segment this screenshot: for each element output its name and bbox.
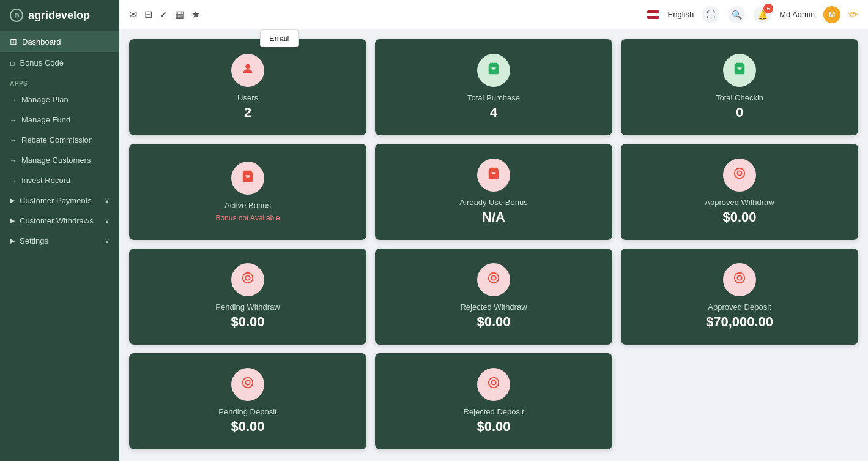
arrow-icon: ▶ <box>10 197 15 204</box>
mail-icon[interactable]: ✉ <box>129 9 137 20</box>
card-rejected-withdraw: Rejected Withdraw $0.00 <box>375 249 612 345</box>
sidebar-item-settings[interactable]: ▶ Settings ∨ <box>0 231 119 251</box>
card-label: Pending Withdraw <box>215 302 280 312</box>
sidebar: ⚙ agridevelop ⊞ Dashboard ⌂ Bonus Code A… <box>0 0 119 461</box>
card-pending-deposit: Pending Deposit $0.00 <box>129 353 366 449</box>
svg-point-0 <box>245 64 250 69</box>
chevron-down-icon: ∨ <box>105 217 109 225</box>
sidebar-item-manage-customers[interactable]: → Manage Customers <box>0 150 119 170</box>
sidebar-item-label: Manage Plan <box>21 95 69 104</box>
language-label: English <box>668 10 694 19</box>
total-purchase-icon-circle <box>477 54 510 87</box>
card-active-bonus: Active Bonus Bonus not Available <box>129 144 366 240</box>
card-rejected-deposit: Rejected Deposit $0.00 <box>375 353 612 449</box>
sidebar-item-label: Customer Payments <box>20 196 92 205</box>
checkin-bag-icon <box>733 62 746 79</box>
card-label: Active Bonus <box>224 201 271 210</box>
arrow-icon: → <box>10 157 17 164</box>
active-bonus-icon-circle <box>231 162 264 195</box>
already-use-bonus-icon-circle <box>477 159 510 192</box>
sidebar-item-rebate-commission[interactable]: → Rebate Commission <box>0 130 119 150</box>
card-label: Rejected Withdraw <box>460 302 527 312</box>
pending-deposit-icon <box>241 376 254 393</box>
svg-point-4 <box>245 275 250 280</box>
sidebar-item-label: Manage Fund <box>21 115 70 124</box>
admin-name: Md Admin <box>779 10 815 19</box>
brand: ⚙ agridevelop <box>0 0 119 31</box>
card-label: Already Use Bonus <box>459 198 527 207</box>
brand-icon: ⚙ <box>10 9 23 22</box>
card-value: 2 <box>244 105 251 121</box>
svg-point-8 <box>737 275 741 280</box>
card-label: Pending Deposit <box>218 407 276 416</box>
arrow-icon: → <box>10 96 17 103</box>
pending-withdraw-icon-circle <box>231 263 264 296</box>
calendar-icon[interactable]: ▦ <box>175 9 184 20</box>
sidebar-item-invest-record[interactable]: → Invest Record <box>0 170 119 190</box>
card-already-use-bonus: Already Use Bonus N/A <box>375 144 612 240</box>
star-icon[interactable]: ★ <box>191 9 200 20</box>
svg-point-2 <box>737 171 741 175</box>
svg-point-9 <box>243 378 253 388</box>
topbar: ✉ ⊟ ✓ ▦ ★ English ⛶ 🔍 🔔 5 Md Admin M ✏ E… <box>119 0 868 29</box>
total-checkin-icon-circle <box>723 54 756 87</box>
chat-icon[interactable]: ⊟ <box>144 9 152 20</box>
topbar-right: English ⛶ 🔍 🔔 5 Md Admin M ✏ <box>647 6 858 23</box>
bonus-bag-icon <box>241 170 254 187</box>
bonus-bag2-icon <box>487 167 500 184</box>
card-value: $0.00 <box>231 419 264 435</box>
avatar[interactable]: M <box>823 6 840 23</box>
sidebar-item-label: Invest Record <box>21 176 70 185</box>
flag-us-icon <box>647 10 659 19</box>
approved-deposit-icon <box>733 271 746 288</box>
pending-deposit-icon-circle <box>231 368 264 401</box>
expand-button[interactable]: ⛶ <box>702 6 719 23</box>
card-value: $0.00 <box>231 314 264 330</box>
card-sub-label: Bonus not Available <box>215 214 280 222</box>
card-total-checkin: Total Checkin 0 <box>621 39 858 135</box>
arrow-icon: → <box>10 116 17 124</box>
sidebar-item-dashboard[interactable]: ⊞ Dashboard <box>0 31 119 52</box>
card-label: Total Checkin <box>716 93 763 102</box>
sidebar-item-customer-withdraws[interactable]: ▶ Customer Withdraws ∨ <box>0 211 119 231</box>
email-dropdown-hint: Email <box>260 29 299 47</box>
rejected-circle-icon <box>487 271 500 288</box>
card-value: $0.00 <box>477 314 510 330</box>
card-value: 0 <box>736 105 743 121</box>
card-users: Users 2 <box>129 39 366 135</box>
home-icon: ⊞ <box>10 37 17 47</box>
svg-point-6 <box>491 275 495 280</box>
rejected-withdraw-icon-circle <box>477 263 510 296</box>
sidebar-item-bonus-code[interactable]: ⌂ Bonus Code <box>0 52 119 73</box>
pencil-icon[interactable]: ✏ <box>849 8 858 21</box>
brand-name: agridevelop <box>28 9 90 22</box>
svg-point-1 <box>735 168 745 179</box>
card-label: Approved Withdraw <box>705 198 774 207</box>
sidebar-item-label: Settings <box>20 236 48 245</box>
approved-withdraw-icon-circle <box>723 159 756 192</box>
sidebar-item-label: Bonus Code <box>20 58 64 67</box>
check-icon[interactable]: ✓ <box>160 9 168 20</box>
card-total-purchase: Total Purchase 4 <box>375 39 612 135</box>
svg-point-7 <box>735 273 745 283</box>
apps-section-label: APPS <box>0 73 119 89</box>
card-approved-deposit: Approved Deposit $70,000.00 <box>621 249 858 345</box>
users-icon-circle <box>231 54 264 87</box>
card-pending-withdraw: Pending Withdraw $0.00 <box>129 249 366 345</box>
sidebar-item-customer-payments[interactable]: ▶ Customer Payments ∨ <box>0 190 119 211</box>
notification-button[interactable]: 🔔 5 <box>754 6 771 23</box>
house-icon: ⌂ <box>10 58 15 67</box>
main-area: ✉ ⊟ ✓ ▦ ★ English ⛶ 🔍 🔔 5 Md Admin M ✏ E… <box>119 0 868 461</box>
svg-point-5 <box>489 273 499 283</box>
rejected-deposit-icon-circle <box>477 368 510 401</box>
sidebar-item-manage-plan[interactable]: → Manage Plan <box>0 89 119 110</box>
circle-icon <box>733 167 746 184</box>
pending-circle-icon <box>241 271 254 288</box>
card-value: $0.00 <box>477 419 510 435</box>
sidebar-item-label: Rebate Commission <box>21 135 93 144</box>
svg-point-11 <box>489 378 499 388</box>
sidebar-item-label: Customer Withdraws <box>20 216 94 225</box>
arrow-icon: → <box>10 137 17 144</box>
sidebar-item-manage-fund[interactable]: → Manage Fund <box>0 110 119 130</box>
search-button[interactable]: 🔍 <box>728 6 745 23</box>
